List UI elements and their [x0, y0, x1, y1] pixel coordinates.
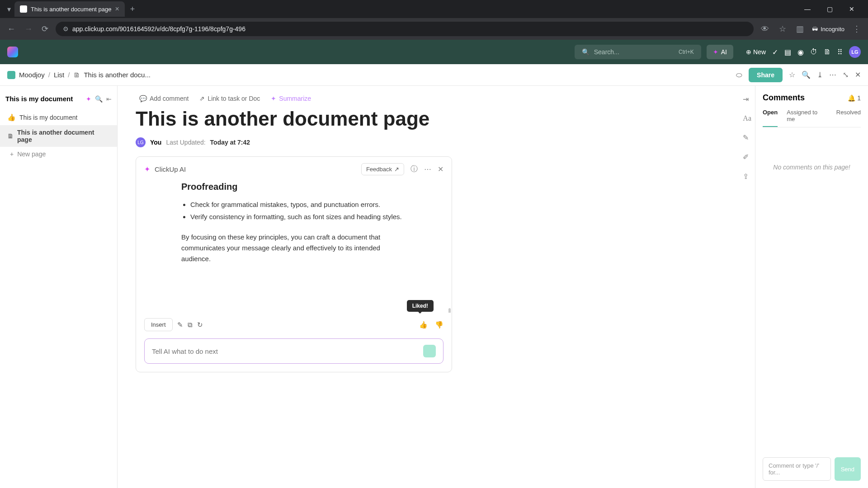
- url-field[interactable]: ⚙ app.clickup.com/9016164592/v/dc/8cpfg7…: [56, 22, 754, 36]
- wand-icon[interactable]: ✎: [743, 133, 751, 142]
- ai-sparkle-icon[interactable]: ✦: [86, 95, 91, 103]
- reload-icon[interactable]: ⟳: [40, 22, 50, 36]
- ai-input[interactable]: [144, 338, 443, 364]
- close-icon[interactable]: ✕: [855, 70, 861, 79]
- notepad-icon[interactable]: ▤: [784, 48, 791, 56]
- timer-icon[interactable]: ⏱: [810, 48, 817, 56]
- tab-close-icon[interactable]: ×: [115, 5, 119, 13]
- breadcrumb-list[interactable]: List: [54, 71, 64, 79]
- tab-favicon: [20, 5, 27, 13]
- info-icon[interactable]: ⓘ: [410, 164, 418, 174]
- last-updated-time: Today at 7:42: [210, 139, 250, 146]
- browser-menu-icon[interactable]: ⋮: [851, 22, 863, 36]
- close-icon[interactable]: ✕: [438, 165, 443, 174]
- browser-tab[interactable]: This is another document page ×: [14, 1, 125, 17]
- bookmark-icon[interactable]: ☆: [777, 22, 788, 36]
- collapse-icon[interactable]: ⤡: [843, 70, 849, 79]
- tab-dropdown-icon[interactable]: ▾: [4, 5, 14, 14]
- breadcrumb-workspace[interactable]: Moodjoy: [19, 71, 45, 79]
- incognito-icon: 🕶: [812, 26, 818, 33]
- ai-paragraph: By focusing on these key principles, you…: [181, 232, 407, 264]
- ai-panel-header: ✦ ClickUp AI Feedback ↗ ⓘ ⋯ ✕: [136, 157, 452, 182]
- browser-actions: 👁 ☆ ▥ 🕶 Incognito ⋮: [759, 22, 863, 36]
- workspace-icon[interactable]: [7, 71, 15, 79]
- back-icon[interactable]: ←: [5, 23, 17, 36]
- comment-send-button[interactable]: Send: [835, 457, 861, 481]
- incognito-badge[interactable]: 🕶 Incognito: [812, 26, 844, 33]
- comment-input-row: Comment or type '/' for... Send: [763, 457, 861, 481]
- new-page-button[interactable]: + New page: [0, 147, 117, 161]
- collapse-sidebar-icon[interactable]: ⇤: [106, 95, 112, 103]
- maximize-icon[interactable]: ▢: [821, 2, 839, 16]
- search-kbd: Ctrl+K: [679, 49, 694, 55]
- ai-name: ClickUp AI: [155, 165, 186, 173]
- new-tab-button[interactable]: +: [125, 5, 141, 14]
- summarize-button[interactable]: ✦ Summarize: [271, 95, 311, 102]
- author-name: You: [150, 139, 161, 146]
- more-icon[interactable]: ⋯: [424, 165, 431, 174]
- add-comment-button[interactable]: 💬 Add comment: [139, 95, 189, 102]
- expand-icon[interactable]: ⇥: [743, 95, 751, 103]
- star-icon[interactable]: ☆: [789, 70, 795, 79]
- thumbs-up-icon[interactable]: 👍: [419, 321, 428, 329]
- font-icon[interactable]: Aa: [743, 114, 751, 122]
- close-window-icon[interactable]: ✕: [843, 2, 861, 16]
- search-icon: 🔍: [582, 48, 590, 56]
- check-circle-icon[interactable]: ✓: [772, 48, 778, 56]
- add-comment-label: Add comment: [150, 95, 189, 102]
- more-icon[interactable]: ⋯: [829, 70, 836, 79]
- feedback-button[interactable]: Feedback ↗: [361, 163, 404, 175]
- app-logo[interactable]: [7, 47, 18, 57]
- comment-input[interactable]: Comment or type '/' for...: [763, 457, 831, 481]
- hide-icon[interactable]: 👁: [759, 23, 771, 36]
- panel-icon[interactable]: ▥: [794, 22, 806, 36]
- doc-icon[interactable]: 🗎: [824, 48, 831, 56]
- comments-header: Comments 🔔 1: [763, 93, 861, 103]
- tab-assigned[interactable]: Assigned to me: [787, 109, 827, 127]
- breadcrumb: Moodjoy / List / 🗎 This is another docu.…: [7, 71, 151, 79]
- thumbs-down-icon[interactable]: 👎: [435, 321, 443, 329]
- tag-icon[interactable]: ⬭: [736, 71, 742, 79]
- edit-icon[interactable]: ✎: [177, 321, 183, 329]
- record-icon[interactable]: ◉: [797, 48, 804, 56]
- author-avatar[interactable]: LG: [136, 137, 146, 147]
- share-icon[interactable]: ⇪: [743, 172, 751, 181]
- insert-button[interactable]: Insert: [144, 318, 173, 331]
- page-title[interactable]: This is another document page: [136, 108, 737, 130]
- ai-text-input[interactable]: [152, 347, 423, 355]
- download-icon[interactable]: ⤓: [817, 70, 823, 79]
- main-layout: This is my document ✦ 🔍 ⇤ 👍 This is my d…: [0, 86, 868, 488]
- search-icon[interactable]: 🔍: [802, 70, 811, 79]
- comments-notifications[interactable]: 🔔 1: [848, 94, 861, 102]
- doc-icon: 🗎: [7, 132, 14, 140]
- breadcrumb-sep: /: [68, 71, 70, 79]
- scrollbar[interactable]: [448, 308, 451, 313]
- doc-icon: 🗎: [73, 71, 80, 79]
- user-avatar[interactable]: LG: [849, 46, 861, 58]
- doc-meta: LG You Last Updated: Today at 7:42: [136, 137, 737, 147]
- forward-icon[interactable]: →: [23, 23, 34, 36]
- sidebar-item-doc[interactable]: 👍 This is my document: [0, 110, 117, 125]
- ai-button[interactable]: ✦ AI: [707, 45, 733, 59]
- apps-icon[interactable]: ⠿: [837, 48, 843, 56]
- tab-resolved[interactable]: Resolved: [836, 109, 861, 127]
- new-button[interactable]: ⊕ New: [746, 48, 766, 56]
- site-settings-icon[interactable]: ⚙: [63, 25, 69, 33]
- search-placeholder: Search...: [594, 48, 619, 56]
- search-input[interactable]: 🔍 Search... Ctrl+K: [575, 45, 701, 59]
- breadcrumb-actions: ⬭ Share ☆ 🔍 ⤓ ⋯ ⤡ ✕: [736, 68, 861, 82]
- no-comments-message: No comments on this page!: [763, 164, 861, 171]
- send-button[interactable]: [423, 345, 436, 357]
- link-task-button[interactable]: ⇗ Link to task or Doc: [199, 95, 260, 102]
- copy-icon[interactable]: ⧉: [188, 321, 193, 329]
- edit-icon[interactable]: ✐: [743, 153, 751, 161]
- external-icon: ↗: [394, 166, 399, 173]
- search-icon[interactable]: 🔍: [95, 95, 103, 103]
- sidebar-item-page[interactable]: 🗎 This is another document page: [0, 125, 117, 147]
- tab-open[interactable]: Open: [763, 109, 778, 127]
- retry-icon[interactable]: ↻: [197, 321, 203, 329]
- sparkle-icon: ✦: [271, 95, 276, 102]
- minimize-icon[interactable]: —: [798, 2, 817, 16]
- share-button[interactable]: Share: [749, 68, 783, 82]
- breadcrumb-page[interactable]: This is another docu...: [84, 71, 151, 79]
